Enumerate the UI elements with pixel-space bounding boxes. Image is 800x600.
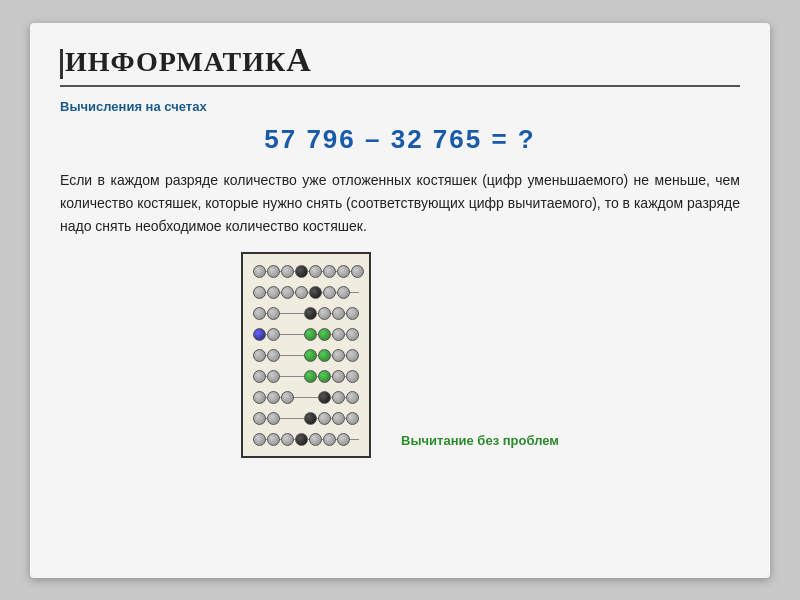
abacus-caption: Вычитание без проблем	[401, 433, 559, 458]
header: ИНФОРМАТИКА	[60, 41, 740, 88]
abacus-row	[253, 409, 359, 427]
abacus-row	[253, 304, 359, 322]
math-equation: 57 796 – 32 765 = ?	[60, 124, 740, 155]
section-title: Вычисления на счетах	[60, 99, 740, 114]
abacus-row	[253, 283, 359, 301]
abacus-row	[253, 262, 359, 280]
content-area: Вычитание без проблем	[60, 252, 740, 458]
abacus-row	[253, 430, 359, 448]
abacus-row	[253, 325, 359, 343]
abacus-row	[253, 346, 359, 364]
abacus-row	[253, 367, 359, 385]
description-text: Если в каждом разряде количество уже отл…	[60, 169, 740, 238]
slide: ИНФОРМАТИКА Вычисления на счетах 57 796 …	[30, 23, 770, 578]
abacus	[241, 252, 371, 458]
logo: ИНФОРМАТИКА	[60, 41, 312, 80]
abacus-row	[253, 388, 359, 406]
